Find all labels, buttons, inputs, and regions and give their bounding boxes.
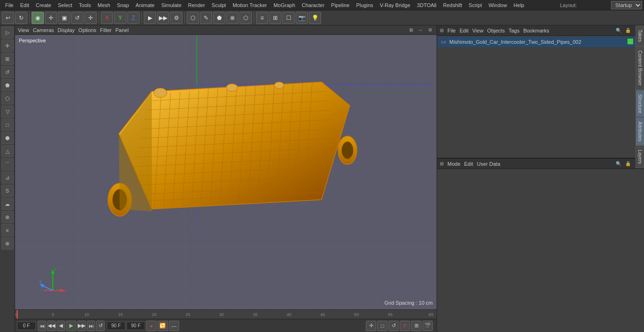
vp-menu-cameras[interactable]: Cameras — [33, 27, 54, 33]
start-frame-field[interactable] — [17, 322, 36, 330]
play-button[interactable]: ▶ — [66, 321, 76, 331]
move-tool-button[interactable]: ✛ — [45, 12, 57, 24]
attr-search-icon[interactable]: 🔍 — [615, 160, 622, 168]
obj-menu-bookmarks[interactable]: Bookmarks — [523, 28, 549, 33]
record-button[interactable]: ● — [146, 321, 157, 331]
viewport-canvas[interactable]: Perspective — [15, 35, 437, 309]
menu-plugins[interactable]: Plugins — [353, 1, 376, 9]
auto-record-button[interactable]: 🔁 — [157, 321, 168, 331]
menu-file[interactable]: File — [2, 1, 17, 9]
left-mode-btn-16[interactable]: ⊕ — [1, 237, 14, 250]
texture-mode-button[interactable]: ⬡ — [239, 12, 252, 24]
loop-button[interactable]: ↺ — [96, 321, 105, 331]
left-mode-btn-13[interactable]: ☁ — [1, 198, 14, 210]
obj-menu-file[interactable]: File — [447, 28, 456, 33]
menu-motion-tracker[interactable]: Motion Tracker — [229, 1, 270, 9]
menu-animate[interactable]: Animate — [132, 1, 158, 9]
model-mode-button[interactable]: ⬡ — [187, 12, 199, 24]
left-mode-btn-5[interactable]: ⬡ — [1, 92, 14, 105]
x-axis-button[interactable]: X — [101, 12, 113, 24]
undo-button[interactable]: ↩ — [2, 12, 14, 24]
obj-menu-tags[interactable]: Tags — [509, 28, 520, 33]
left-mode-btn-7[interactable]: □ — [1, 119, 14, 131]
attr-menu-mode[interactable]: Mode — [447, 161, 461, 167]
vp-menu-panel[interactable]: Panel — [116, 27, 129, 33]
attr-menu-userdata[interactable]: User Data — [477, 161, 501, 167]
menu-mesh[interactable]: Mesh — [94, 1, 114, 9]
vp-ctrl-rotate[interactable]: ↺ — [388, 321, 399, 331]
render-settings-button[interactable]: ⚙ — [170, 12, 182, 24]
left-mode-btn-12[interactable]: S — [1, 185, 14, 197]
paint-mode-button[interactable]: ⬟ — [213, 12, 225, 24]
menu-select[interactable]: Select — [55, 1, 76, 9]
select-tool-button[interactable]: ◉ — [32, 12, 44, 24]
obj-menu-objects[interactable]: Objects — [487, 28, 504, 33]
menu-sculpt[interactable]: Sculpt — [208, 1, 230, 9]
attr-lock-icon[interactable]: 🔒 — [624, 160, 632, 168]
snap-button[interactable]: ⊞ — [269, 12, 281, 24]
left-mode-btn-6[interactable]: ▽ — [1, 105, 14, 118]
scale-tool-button[interactable]: ▣ — [58, 12, 70, 24]
layout-select[interactable]: Startup — [611, 1, 642, 9]
menu-script[interactable]: Script — [465, 1, 485, 9]
menu-create[interactable]: Create — [33, 1, 55, 9]
next-frame-button[interactable]: ⏭ — [87, 321, 95, 331]
edge-tab-structure[interactable]: Structure — [636, 90, 644, 118]
left-mode-btn-4[interactable]: ⬟ — [1, 79, 14, 91]
light-button[interactable]: 💡 — [309, 12, 321, 24]
left-mode-btn-10[interactable]: ⌒ — [1, 158, 14, 170]
menu-vray[interactable]: V-Ray Bridge — [377, 1, 414, 9]
step-back-button[interactable]: ◀ — [57, 321, 65, 331]
vp-ctrl-grid[interactable]: ⊞ — [411, 321, 421, 331]
menu-pipeline[interactable]: Pipeline — [328, 1, 353, 9]
snap2-button[interactable]: ☐ — [282, 12, 295, 24]
vp-menu-view[interactable]: View — [18, 27, 29, 33]
menu-character[interactable]: Character — [298, 1, 328, 9]
menu-window[interactable]: Window — [485, 1, 510, 9]
vp-menu-filter[interactable]: Filter — [100, 27, 111, 33]
attr-menu-edit[interactable]: Edit — [464, 161, 473, 167]
left-mode-btn-8[interactable]: ⬢ — [1, 132, 14, 144]
menu-render[interactable]: Render — [185, 1, 208, 9]
left-mode-btn-9[interactable]: △ — [1, 145, 14, 157]
obj-lock-icon[interactable]: 🔒 — [624, 27, 632, 34]
camera-button[interactable]: 📷 — [296, 12, 308, 24]
frame-back-10-button[interactable]: ⏮ — [38, 321, 46, 331]
z-axis-button[interactable]: Z — [127, 12, 140, 24]
vp-ctrl-p[interactable]: P — [400, 321, 410, 331]
viewport-maximize-icon[interactable]: ⊠ — [407, 26, 415, 34]
prev-frame-button[interactable]: ◀◀ — [47, 321, 56, 331]
left-mode-btn-2[interactable]: ⊞ — [1, 53, 14, 65]
menu-tools[interactable]: Tools — [75, 1, 94, 9]
step-forward-button[interactable]: ▶▶ — [77, 321, 86, 331]
left-mode-btn-3[interactable]: ↺ — [1, 66, 14, 78]
left-mode-btn-14[interactable]: ⊗ — [1, 211, 14, 223]
edge-tab-takes[interactable]: Takes — [636, 25, 644, 46]
vp-ctrl-film[interactable]: 🎬 — [422, 321, 433, 331]
viewport-settings-icon[interactable]: ⚙ — [426, 26, 434, 34]
obj-tree-item-0[interactable]: Lo Mishimoto_Gold_Car_Intercooler_Two_Si… — [438, 37, 643, 47]
vp-ctrl-scale[interactable]: □ — [377, 321, 388, 331]
edge-tab-attributes[interactable]: Attributes — [636, 117, 644, 146]
edge-tab-layers[interactable]: Layers — [636, 146, 644, 168]
vp-menu-options[interactable]: Options — [78, 27, 96, 33]
menu-edit[interactable]: Edit — [17, 1, 33, 9]
menu-simulate[interactable]: Simulate — [158, 1, 185, 9]
obj-search-icon[interactable]: 🔍 — [615, 27, 622, 34]
end-frame-field1[interactable] — [107, 322, 125, 330]
left-mode-btn-11[interactable]: ⊿ — [1, 171, 14, 184]
vp-menu-display[interactable]: Display — [58, 27, 74, 33]
render-view-button[interactable]: ▶ — [144, 12, 156, 24]
menu-redshift[interactable]: Redshift — [440, 1, 465, 9]
y-axis-button[interactable]: Y — [114, 12, 126, 24]
left-mode-btn-1[interactable]: ✛ — [1, 40, 14, 52]
uv-mode-button[interactable]: ⊗ — [226, 12, 239, 24]
left-mode-btn-0[interactable]: ▷ — [1, 26, 14, 39]
transform-button[interactable]: ✛ — [84, 12, 97, 24]
edge-tab-content[interactable]: Content Browser — [636, 46, 644, 89]
end-frame-field2[interactable] — [126, 322, 145, 330]
vp-ctrl-move[interactable]: ✛ — [366, 321, 376, 331]
render-button[interactable]: ▶▶ — [157, 12, 169, 24]
left-mode-btn-15[interactable]: ≡ — [1, 224, 14, 236]
obj-menu-edit[interactable]: Edit — [460, 28, 469, 33]
